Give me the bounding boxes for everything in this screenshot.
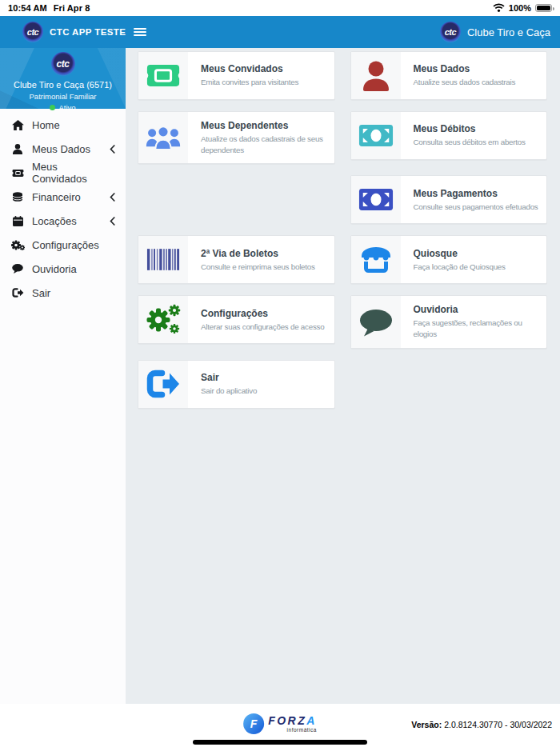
version-label: Versão: bbox=[411, 720, 442, 729]
sidebar: ctc Clube Tiro e Caça (6571) Patrimonial… bbox=[0, 48, 126, 704]
card-title: Meus Convidados bbox=[201, 63, 298, 74]
sidebar-menu: Home Meus Dados Meus Convidados bbox=[0, 109, 126, 305]
signout-icon bbox=[10, 288, 25, 298]
card-subtitle: Alterar suas configurações de acesso bbox=[201, 322, 324, 333]
forza-subtitle: informática bbox=[268, 727, 317, 733]
gears-icon bbox=[138, 296, 188, 343]
users-icon bbox=[138, 112, 188, 163]
footer: F FORZA informática Versão: 2.0.8124.307… bbox=[0, 704, 560, 747]
card-configuracoes[interactable]: Configurações Alterar suas configurações… bbox=[138, 295, 335, 344]
sidebar-item-financeiro[interactable]: Financeiro bbox=[0, 185, 126, 209]
user-icon bbox=[10, 144, 25, 154]
store-icon bbox=[351, 236, 401, 283]
battery-icon bbox=[535, 4, 552, 12]
card-meus-debitos[interactable]: Meus Débitos Consulta seus débitos em ab… bbox=[350, 111, 548, 160]
card-subtitle: Consulta seus débitos em abertos bbox=[414, 137, 526, 148]
barcode-icon bbox=[138, 236, 188, 283]
chevron-left-icon bbox=[110, 217, 115, 226]
sidebar-item-meus-dados[interactable]: Meus Dados bbox=[0, 137, 126, 161]
comment-icon bbox=[351, 296, 401, 347]
card-subtitle: Atualize os dados cadastrais de seus dep… bbox=[201, 134, 333, 155]
sidebar-item-home[interactable]: Home bbox=[0, 113, 126, 137]
forza-logo: F FORZA informática bbox=[243, 713, 317, 734]
card-subtitle: Sair do aplicativo bbox=[201, 385, 257, 397]
ctc-logo-profile: ctc bbox=[51, 52, 75, 76]
club-name: Clube Tiro e Caça bbox=[467, 26, 550, 38]
battery-percent: 100% bbox=[509, 3, 531, 13]
wifi-icon bbox=[493, 3, 505, 14]
ctc-logo: ctc bbox=[22, 22, 43, 42]
sidebar-item-sair[interactable]: Sair bbox=[0, 281, 126, 305]
status-bar: 10:54 AM Fri Apr 8 100% bbox=[0, 0, 560, 16]
gears-icon bbox=[10, 240, 25, 250]
version-text: Versão: 2.0.8124.30770 - 30/03/2022 bbox=[411, 720, 552, 729]
money-bill-icon bbox=[351, 112, 401, 159]
card-meus-dependentes[interactable]: Meus Dependentes Atualize os dados cadas… bbox=[138, 111, 335, 164]
comment-icon bbox=[10, 264, 25, 274]
chevron-left-icon bbox=[110, 193, 115, 202]
card-title: Meus Dependentes bbox=[201, 120, 333, 131]
sidebar-item-label: Financeiro bbox=[32, 191, 81, 203]
sidebar-item-meus-convidados[interactable]: Meus Convidados bbox=[0, 161, 126, 185]
card-subtitle: Atualize seus dados cadastrais bbox=[414, 77, 516, 88]
chevron-left-icon bbox=[110, 145, 115, 154]
home-icon bbox=[10, 120, 25, 130]
profile-panel: ctc Clube Tiro e Caça (6571) Patrimonial… bbox=[0, 48, 126, 109]
card-subtitle: Consulte e reimprima seus boletos bbox=[201, 262, 315, 273]
profile-category: Patrimonial Familiar bbox=[30, 92, 97, 101]
sidebar-item-label: Sair bbox=[32, 287, 50, 299]
card-title: 2ª Via de Boletos bbox=[201, 248, 315, 259]
status-time: 10:54 AM bbox=[8, 3, 47, 13]
card-title: Configurações bbox=[201, 308, 324, 319]
forza-circle-icon: F bbox=[243, 713, 264, 734]
ticket-icon bbox=[138, 52, 188, 99]
signout-icon bbox=[138, 361, 188, 408]
ipad-screen: 10:54 AM Fri Apr 8 100% ctc CTC APP TEST… bbox=[0, 0, 560, 747]
sidebar-item-ouvidoria[interactable]: Ouvidoria bbox=[0, 257, 126, 281]
calendar-icon bbox=[10, 216, 25, 226]
card-quiosque[interactable]: Quiosque Faça locação de Quiosques bbox=[350, 235, 548, 284]
menu-toggle-icon[interactable] bbox=[134, 25, 146, 40]
app-title: CTC APP TESTE bbox=[50, 27, 126, 37]
card-grid: Meus Convidados Emita convites para visi… bbox=[138, 51, 547, 409]
coins-icon bbox=[10, 192, 25, 202]
home-indicator[interactable] bbox=[193, 740, 367, 745]
card-title: Meus Dados bbox=[414, 63, 516, 74]
card-title: Meus Pagamentos bbox=[414, 188, 538, 199]
status-date: Fri Apr 8 bbox=[54, 3, 90, 13]
card-subtitle: Faça sugestões, reclamações ou elogios bbox=[414, 318, 546, 339]
card-title: Sair bbox=[201, 372, 257, 383]
forza-brand-accent: A bbox=[306, 714, 317, 727]
card-meus-pagamentos[interactable]: Meus Pagamentos Consulte seus pagamentos… bbox=[350, 175, 548, 224]
card-subtitle: Consulte seus pagamentos efetuados bbox=[414, 202, 538, 213]
card-meus-convidados[interactable]: Meus Convidados Emita convites para visi… bbox=[138, 51, 335, 100]
card-meus-dados[interactable]: Meus Dados Atualize seus dados cadastrai… bbox=[350, 51, 548, 100]
card-title: Meus Débitos bbox=[414, 123, 526, 134]
card-subtitle: Faça locação de Quiosques bbox=[414, 262, 506, 273]
app-header: ctc CTC APP TESTE ctc Clube Tiro e Caça bbox=[0, 16, 560, 48]
sidebar-item-label: Locações bbox=[32, 215, 77, 227]
sidebar-item-label: Meus Convidados bbox=[32, 161, 115, 185]
card-sair[interactable]: Sair Sair do aplicativo bbox=[138, 360, 335, 409]
card-ouvidoria[interactable]: Ouvidoria Faça sugestões, reclamações ou… bbox=[350, 295, 548, 348]
main-content: Meus Convidados Emita convites para visi… bbox=[126, 48, 560, 704]
profile-name: Clube Tiro e Caça (6571) bbox=[14, 80, 112, 90]
card-subtitle: Emita convites para visitantes bbox=[201, 77, 298, 88]
sidebar-item-label: Home bbox=[32, 119, 60, 131]
sidebar-item-locacoes[interactable]: Locações bbox=[0, 209, 126, 233]
ctc-logo-right: ctc bbox=[440, 22, 461, 42]
money-bill-icon bbox=[351, 176, 401, 223]
ticket-icon bbox=[10, 169, 25, 178]
user-icon bbox=[351, 52, 401, 99]
card-title: Quiosque bbox=[414, 248, 506, 259]
sidebar-item-label: Configurações bbox=[32, 239, 99, 251]
forza-brand: FORZ bbox=[268, 714, 306, 727]
card-title: Ouvidoria bbox=[414, 304, 546, 315]
sidebar-item-label: Meus Dados bbox=[32, 143, 90, 155]
card-segunda-via-boletos[interactable]: 2ª Via de Boletos Consulte e reimprima s… bbox=[138, 235, 335, 284]
sidebar-item-configuracoes[interactable]: Configurações bbox=[0, 233, 126, 257]
sidebar-item-label: Ouvidoria bbox=[32, 263, 77, 275]
version-value: 2.0.8124.30770 - 30/03/2022 bbox=[444, 720, 552, 729]
